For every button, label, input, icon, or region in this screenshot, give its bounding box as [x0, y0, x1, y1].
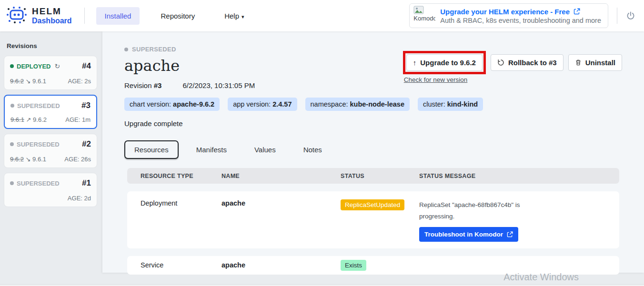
revision-status: SUPERSEDED: [10, 141, 60, 148]
resource-type-cell: Deployment: [141, 199, 221, 207]
revision-card-2[interactable]: SUPERSEDED #2 9.6.2 ↘ 9.6.1 AGE: 26s: [4, 134, 97, 168]
revision-card-4[interactable]: DEPLOYED ↻ #4 9.6.2 ↘ 9.6.1 AGE: 2s: [4, 56, 97, 90]
namespace-badge: namespace: kube-node-lease: [305, 98, 410, 111]
revision-number: #3: [81, 101, 91, 110]
header-divider: [84, 8, 85, 24]
resources-table: RESOURCE TYPE NAME STATUS STATUS MESSAGE…: [127, 168, 619, 275]
annotation-highlight-box: ↑ Upgrade to 9.6.2: [403, 51, 486, 74]
shutdown-button[interactable]: [626, 11, 635, 20]
revision-versions: 9.6.2 ↘ 9.6.1: [10, 78, 46, 85]
uninstall-button[interactable]: Uninstall: [568, 54, 622, 71]
tab-values[interactable]: Values: [244, 140, 286, 159]
banner-subtitle: Auth & RBAC, k8s events, troubleshooting…: [440, 17, 601, 24]
col-status-message: STATUS MESSAGE: [419, 173, 619, 179]
revision-status: SUPERSEDED: [10, 180, 60, 187]
revision-card-3[interactable]: SUPERSEDED #3 9.6.1 ↗ 9.6.2 AGE: 1m: [4, 95, 97, 129]
detail-tabs: Resources Manifests Values Notes: [124, 140, 621, 159]
revision-age: AGE: 1m: [65, 116, 91, 123]
tab-manifests[interactable]: Manifests: [186, 140, 237, 159]
power-icon: [626, 11, 635, 20]
chart-version-badge: chart version: apache-9.6.2: [124, 98, 220, 111]
downgrade-arrow-icon: ↘: [26, 156, 31, 163]
release-meta-badges: chart version: apache-9.6.2 app version:…: [124, 98, 621, 111]
col-status: STATUS: [341, 173, 419, 179]
nav-help[interactable]: Help▾: [216, 7, 252, 25]
revision-status: DEPLOYED ↻: [10, 62, 60, 70]
table-row-deployment: Deployment apache ReplicaSetUpdated Repl…: [127, 191, 619, 248]
status-badge: ReplicaSetUpdated: [341, 199, 404, 210]
app-header: HELM Dashboard Installed Repository Help…: [0, 0, 644, 31]
banner-title: Upgrade your HELM experience - Free: [440, 8, 570, 16]
troubleshoot-komodor-button[interactable]: Troubleshoot in Komodor: [419, 227, 518, 242]
external-link-icon: [507, 231, 513, 237]
release-actions: ↑ Upgrade to 9.6.2 Check for new version…: [403, 51, 622, 83]
revision-versions: 9.6.2 ↘ 9.6.1: [10, 156, 46, 163]
revision-number: #2: [82, 139, 91, 149]
revision-age: AGE: 2d: [68, 195, 91, 202]
up-arrow-icon: ↑: [413, 59, 417, 67]
status-dot: [124, 48, 128, 51]
rollback-button[interactable]: Rollback to #3: [491, 54, 564, 71]
resource-name-cell: apache: [221, 199, 341, 207]
status-dot: [10, 64, 14, 68]
revision-number: #4: [82, 61, 91, 71]
app-version-badge: app version: 2.4.57: [228, 98, 297, 111]
status-message-cell: ReplicaSet "apache-68fb867c4b" is progre…: [419, 199, 612, 242]
komodor-promo-banner[interactable]: Komodor Upgrade your HELM experience - F…: [409, 3, 608, 28]
nav-installed[interactable]: Installed: [96, 7, 140, 25]
status-dot: [10, 142, 14, 146]
revisions-title: Revisions: [7, 42, 102, 49]
helm-logo-icon: [6, 5, 28, 27]
release-updated-datetime: 6/2/2023, 10:31:05 PM: [182, 81, 255, 89]
upgrade-arrow-icon: ↗: [26, 116, 31, 123]
broken-image-icon: [413, 6, 424, 14]
table-header-row: RESOURCE TYPE NAME STATUS STATUS MESSAGE: [127, 168, 619, 184]
helm-dashboard-logo[interactable]: HELM Dashboard: [0, 5, 72, 27]
release-detail-panel: SUPERSEDED apache Revision #3 6/2/2023, …: [102, 31, 644, 273]
resource-type-cell: Service: [141, 261, 221, 269]
bottom-strip: [0, 284, 644, 286]
external-link-icon: [574, 8, 580, 15]
revision-number: #1: [82, 178, 91, 188]
downgrade-arrow-icon: ↘: [26, 78, 31, 85]
revision-age: AGE: 26s: [64, 156, 91, 163]
revision-versions: 9.6.1 ↗ 9.6.2: [10, 116, 47, 123]
main-nav: Installed Repository Help▾: [96, 7, 253, 25]
upgrade-button[interactable]: ↑ Upgrade to 9.6.2: [406, 54, 483, 71]
trash-icon: [575, 59, 582, 66]
status-dot: [10, 181, 14, 185]
reload-icon: ↻: [55, 62, 60, 70]
resource-name-cell: apache: [221, 261, 341, 269]
revision-card-1[interactable]: SUPERSEDED #1 AGE: 2d: [4, 173, 97, 207]
nav-repository[interactable]: Repository: [152, 7, 203, 25]
revision-status: SUPERSEDED: [10, 102, 60, 109]
logo-subtitle: Dashboard: [32, 17, 72, 25]
activate-windows-watermark: Activate Windows: [503, 272, 579, 283]
header-divider-right: [617, 8, 617, 24]
rollback-icon: [497, 59, 504, 66]
komodor-image-alt: Komodor: [413, 15, 435, 22]
komodor-broken-image: Komodor: [413, 6, 435, 26]
logo-title: HELM: [32, 7, 72, 17]
col-resource-type: RESOURCE TYPE: [141, 173, 221, 179]
status-dot: [10, 104, 14, 108]
status-message-text: ReplicaSet "apache-68fb867c4b" is progre…: [419, 199, 538, 223]
revision-age: AGE: 2s: [68, 78, 91, 85]
check-new-version-link[interactable]: Check for new version: [404, 76, 486, 83]
col-name: NAME: [221, 173, 341, 179]
status-badge: Exists: [341, 260, 366, 271]
chevron-down-icon: ▾: [242, 14, 244, 20]
revisions-sidebar: Revisions DEPLOYED ↻ #4 9.6.2 ↘ 9.6.1 AG…: [0, 31, 102, 286]
tab-notes[interactable]: Notes: [293, 140, 332, 159]
cluster-badge: cluster: kind-kind: [418, 98, 483, 111]
tab-resources[interactable]: Resources: [124, 140, 179, 159]
release-description: Upgrade complete: [124, 119, 621, 128]
